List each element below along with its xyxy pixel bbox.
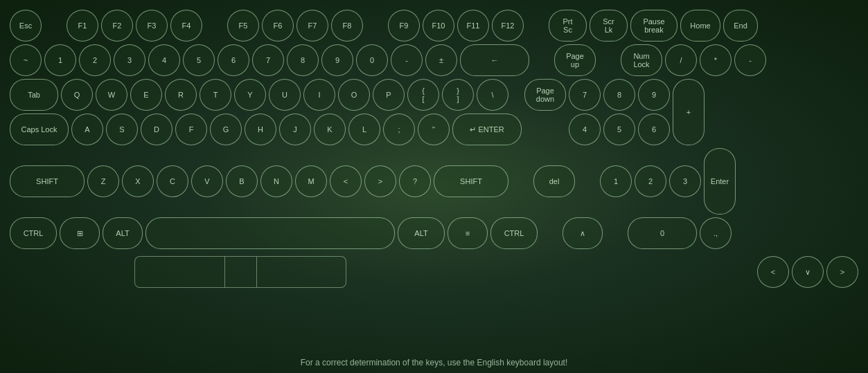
key-_lt_[interactable]: < <box>757 256 789 288</box>
key-pause_br_break[interactable]: Pausebreak <box>630 10 677 42</box>
key-alt[interactable]: ALT <box>103 217 143 249</box>
touchpad-mid[interactable] <box>224 256 256 288</box>
key-w[interactable]: W <box>96 79 127 111</box>
key-_[interactable]: ⊞ <box>60 217 100 249</box>
key-7[interactable]: 7 <box>569 79 601 111</box>
key-6[interactable]: 6 <box>638 113 670 145</box>
key-x[interactable]: X <box>122 165 154 197</box>
key-0[interactable]: 0 <box>628 217 697 249</box>
key-0[interactable]: 0 <box>356 44 388 76</box>
key-1[interactable]: 1 <box>44 44 76 76</box>
key-_[interactable]: < <box>330 165 362 197</box>
key-_[interactable]: ∧ <box>563 217 603 249</box>
key-num_br_lock[interactable]: NumLock <box>621 44 662 76</box>
key-f4[interactable]: F4 <box>170 10 202 42</box>
key-__[interactable]: ., <box>700 217 732 249</box>
key-page_br_up[interactable]: Pageup <box>554 44 596 76</box>
key-shift[interactable]: SHIFT <box>10 165 85 197</box>
key-y[interactable]: Y <box>234 79 266 111</box>
key-h[interactable]: H <box>245 113 276 145</box>
key-_[interactable]: ; <box>383 113 415 145</box>
key-_[interactable]: - <box>391 44 423 76</box>
key-f8[interactable]: F8 <box>331 10 363 42</box>
key-caps_lock[interactable]: Caps Lock <box>10 113 69 145</box>
key-f12[interactable]: F12 <box>492 10 524 42</box>
key-k[interactable]: K <box>314 113 346 145</box>
key-_[interactable]: / <box>665 44 697 76</box>
key-del[interactable]: del <box>533 165 575 197</box>
key-_[interactable]: * <box>700 44 732 76</box>
key-f10[interactable]: F10 <box>423 10 454 42</box>
key-6[interactable]: 6 <box>218 44 249 76</box>
key-b[interactable]: B <box>226 165 258 197</box>
key-_[interactable]: " <box>418 113 450 145</box>
key-i[interactable]: I <box>303 79 335 111</box>
key-__br__[interactable]: {[ <box>407 79 439 111</box>
key-_gt_[interactable]: > <box>826 256 858 288</box>
key-8[interactable]: 8 <box>603 79 635 111</box>
key-esc[interactable]: Esc <box>10 10 42 42</box>
key-2[interactable]: 2 <box>79 44 111 76</box>
key-ctrl[interactable]: CTRL <box>490 217 538 249</box>
key-9[interactable]: 9 <box>638 79 670 111</box>
key-[interactable] <box>145 217 395 249</box>
key-4[interactable]: 4 <box>148 44 180 76</box>
key-s[interactable]: S <box>106 113 138 145</box>
key-f1[interactable]: F1 <box>67 10 98 42</box>
key-5[interactable]: 5 <box>183 44 215 76</box>
touchpad-left[interactable] <box>134 256 224 288</box>
key-f5[interactable]: F5 <box>227 10 259 42</box>
key-o[interactable]: O <box>338 79 370 111</box>
key-a[interactable]: A <box>71 113 103 145</box>
key-f2[interactable]: F2 <box>101 10 133 42</box>
key-_[interactable]: + <box>673 79 705 145</box>
key-alt[interactable]: ALT <box>398 217 445 249</box>
key-9[interactable]: 9 <box>321 44 353 76</box>
key-f6[interactable]: F6 <box>262 10 294 42</box>
key-enter[interactable]: Enter <box>704 148 736 215</box>
key-5[interactable]: 5 <box>603 113 635 145</box>
key-_[interactable]: > <box>364 165 396 197</box>
key-f9[interactable]: F9 <box>388 10 420 42</box>
touchpad-right[interactable] <box>256 256 346 288</box>
key-z[interactable]: Z <box>87 165 119 197</box>
key-f7[interactable]: F7 <box>296 10 328 42</box>
key-_[interactable]: ∨ <box>792 256 824 288</box>
key-tab[interactable]: Tab <box>10 79 58 111</box>
key-ctrl[interactable]: CTRL <box>10 217 57 249</box>
key-d[interactable]: D <box>141 113 172 145</box>
key-_[interactable]: ≡ <box>448 217 488 249</box>
key-p[interactable]: P <box>373 79 405 111</box>
key-4[interactable]: 4 <box>569 113 601 145</box>
key-7[interactable]: 7 <box>252 44 284 76</box>
key-3[interactable]: 3 <box>669 165 701 197</box>
key-end[interactable]: End <box>723 10 758 42</box>
key-_[interactable]: - <box>734 44 766 76</box>
key-c[interactable]: C <box>157 165 188 197</box>
key-__enter[interactable]: ↵ ENTER <box>452 113 522 145</box>
key-home[interactable]: Home <box>680 10 720 42</box>
key-scr_br_lk[interactable]: ScrLk <box>590 10 628 42</box>
key-__br__[interactable]: }] <box>442 79 474 111</box>
key-page_br_down[interactable]: Pagedown <box>524 79 566 111</box>
key-_[interactable]: \ <box>477 79 508 111</box>
key-prt_br_sc[interactable]: PrtSc <box>549 10 587 42</box>
key-q[interactable]: Q <box>61 79 93 111</box>
key-l[interactable]: L <box>348 113 380 145</box>
key-_[interactable]: ? <box>399 165 431 197</box>
key-_[interactable]: ← <box>460 44 529 76</box>
key-m[interactable]: M <box>295 165 327 197</box>
key-f[interactable]: F <box>175 113 207 145</box>
key-g[interactable]: G <box>210 113 242 145</box>
key-n[interactable]: N <box>260 165 292 197</box>
key-8[interactable]: 8 <box>287 44 319 76</box>
key-_[interactable]: ± <box>425 44 457 76</box>
key-shift[interactable]: SHIFT <box>434 165 508 197</box>
key-e[interactable]: E <box>130 79 162 111</box>
key-v[interactable]: V <box>191 165 223 197</box>
key-2[interactable]: 2 <box>635 165 666 197</box>
key-1[interactable]: 1 <box>600 165 632 197</box>
key-3[interactable]: 3 <box>114 44 145 76</box>
key-f3[interactable]: F3 <box>136 10 168 42</box>
key-u[interactable]: U <box>269 79 301 111</box>
